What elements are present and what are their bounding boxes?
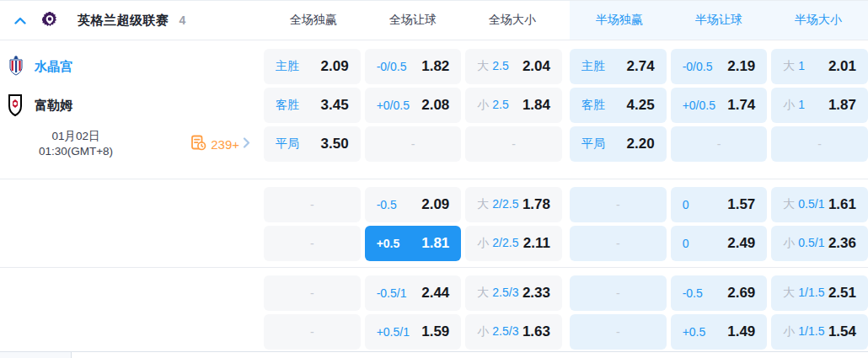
odds-grid-main: 主胜2.09-0/0.51.82大2.52.04主胜2.74-0/0.52.19… (264, 40, 868, 179)
odds-value: 2.44 (421, 285, 449, 302)
odds-label: +0.5 (377, 237, 400, 250)
halftime-half: -02.49小0.5/12.36 (570, 226, 868, 261)
over-under-line: 2.5/3 (492, 286, 518, 299)
odds-cell-win[interactable]: 平局2.20 (570, 126, 667, 162)
odds-cell-empty: - (365, 126, 462, 162)
odds-cell-hdp[interactable]: -0.5/12.44 (365, 275, 462, 311)
odds-value: 2.19 (727, 58, 755, 75)
over-under-prefix: 大 (783, 59, 795, 72)
odds-cell-hdp[interactable]: -0.52.09 (365, 187, 462, 222)
odds-cell-ou[interactable]: 大2.5/32.33 (465, 275, 562, 311)
odds-cell-hdp[interactable]: +0.51.49 (671, 314, 768, 350)
odds-value: 2.08 (421, 97, 449, 114)
odds-cell-hdp[interactable]: 01.57 (671, 187, 768, 222)
over-under-prefix: 大 (783, 197, 795, 211)
odds-label: 大2.5 (477, 59, 508, 74)
league-header-left: 英格兰超级联赛 4 (0, 1, 264, 40)
odds-value: 2.36 (828, 235, 856, 252)
over-under-line: 0.5/1 (798, 197, 824, 211)
odds-cell-empty: - (570, 187, 667, 222)
odds-value: 2.49 (727, 235, 755, 252)
over-under-prefix: 小 (477, 324, 489, 338)
odds-cell-ou[interactable]: 大0.5/11.61 (771, 187, 868, 222)
odds-cell-ou[interactable]: 大2.52.04 (465, 49, 562, 84)
odds-cell-ou[interactable]: 小2.51.84 (465, 88, 562, 123)
odds-cell-hdp[interactable]: +0/0.51.74 (671, 88, 768, 123)
odds-cell-ou[interactable]: 小2.5/31.63 (465, 314, 562, 350)
col-header-ft-handicap: 全场让球 (363, 1, 463, 40)
halftime-header-group: 半场独赢 半场让球 半场大小 (570, 1, 868, 40)
over-under-prefix: 小 (477, 236, 489, 249)
odds-cell-hdp[interactable]: -0/0.51.82 (365, 49, 462, 84)
odds-cell-ou[interactable]: 大1/1.52.51 (771, 275, 868, 311)
empty-dash: - (310, 325, 314, 339)
odds-value: 1.74 (727, 97, 755, 114)
odds-label: +0.5 (683, 325, 706, 339)
odds-row: -+0.51.81小2/2.52.11-02.49小0.5/12.36 (264, 226, 868, 261)
odds-label: +0.5/1 (377, 325, 410, 339)
odds-cell-win[interactable]: 主胜2.74 (570, 49, 667, 84)
over-under-line: 2/2.5 (492, 197, 518, 211)
odds-value: 1.63 (522, 323, 550, 340)
match-date: 01月02日 (0, 129, 152, 144)
odds-value: 1.54 (828, 323, 856, 340)
odds-section-main: 水晶宫 富勒姆 01月02日 01:30(GMT+8) (0, 40, 868, 179)
fulltime-half: --0.5/12.44大2.5/32.33 (264, 275, 562, 311)
odds-cell-ou[interactable]: 小1/1.51.54 (771, 314, 868, 350)
odds-cell-win[interactable]: 客胜4.25 (570, 88, 667, 123)
halftime-half: 平局2.20-- (570, 126, 868, 162)
halftime-half: 主胜2.74-0/0.52.19大12.01 (570, 49, 868, 84)
odds-label: 大0.5/1 (783, 197, 824, 212)
odds-value: 1.78 (522, 196, 550, 213)
next-section-preview (0, 351, 868, 358)
over-under-line: 1 (798, 98, 805, 111)
empty-dash: - (616, 286, 620, 300)
odds-cell-ou[interactable]: 小0.5/12.36 (771, 226, 868, 261)
odds-cell-hdp[interactable]: -0.52.69 (671, 275, 768, 311)
over-under-prefix: 大 (477, 197, 489, 211)
odds-cell-empty: - (465, 126, 562, 162)
odds-cell-hdp[interactable]: +0/0.52.08 (365, 88, 462, 123)
odds-section-alt-2: --0.5/12.44大2.5/32.33--0.52.69大1/1.52.51… (0, 268, 868, 356)
fulltime-half: 主胜2.09-0/0.51.82大2.52.04 (264, 49, 562, 84)
odds-value: 1.61 (828, 196, 856, 213)
odds-cell-ou[interactable]: 小2/2.52.11 (465, 226, 562, 261)
odds-cell-win[interactable]: 平局3.50 (264, 126, 361, 162)
odds-cell-ou[interactable]: 大12.01 (771, 49, 868, 84)
odds-label: 大2/2.5 (477, 197, 518, 212)
odds-value: 3.50 (321, 136, 349, 152)
odds-label: 客胜 (581, 98, 605, 113)
odds-cell-empty: - (264, 275, 361, 311)
odds-label: +0/0.5 (377, 99, 410, 112)
match-datetime: 01月02日 01:30(GMT+8) (0, 129, 152, 159)
odds-cell-empty: - (570, 226, 667, 261)
empty-dash: - (310, 237, 314, 250)
odds-cell-hdp[interactable]: 02.49 (671, 226, 768, 261)
odds-list-clock-icon (190, 135, 206, 154)
odds-cell-empty: - (570, 314, 667, 350)
odds-value: 2.11 (523, 235, 550, 252)
collapse-chevron-up-icon[interactable] (13, 13, 28, 28)
over-under-line: 2.5/3 (492, 324, 518, 338)
team-row-home: 水晶宫 (0, 49, 264, 84)
odds-cell-ou[interactable]: 大2/2.51.78 (465, 187, 562, 222)
chevron-right-icon (243, 136, 250, 152)
odds-cell-hdp-selected[interactable]: +0.51.81 (365, 226, 462, 261)
empty-dash: - (512, 137, 516, 151)
more-markets-button[interactable]: 239+ (190, 135, 250, 154)
odds-cell-empty: - (264, 187, 361, 222)
odds-label: -0.5 (683, 286, 703, 300)
odds-cell-win[interactable]: 客胜3.45 (264, 88, 361, 123)
empty-dash: - (310, 286, 314, 300)
over-under-line: 1 (798, 59, 805, 72)
odds-label: 小0.5/1 (783, 236, 824, 251)
odds-value: 2.69 (727, 285, 755, 302)
odds-cell-hdp[interactable]: +0.5/11.59 (365, 314, 462, 350)
over-under-prefix: 大 (477, 286, 489, 299)
odds-cell-win[interactable]: 主胜2.09 (264, 49, 361, 84)
odds-label: 主胜 (581, 59, 605, 74)
odds-cell-hdp[interactable]: -0/0.52.19 (671, 49, 768, 84)
odds-cell-ou[interactable]: 小11.87 (771, 88, 868, 123)
left-spacer (0, 268, 264, 355)
match-info-panel: 水晶宫 富勒姆 01月02日 01:30(GMT+8) (0, 40, 264, 179)
